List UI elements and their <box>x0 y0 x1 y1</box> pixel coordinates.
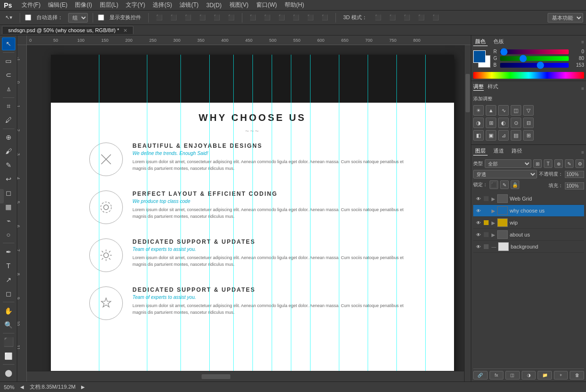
layer-item-aboutus[interactable]: 👁 ▶ about us <box>473 229 584 241</box>
layer-filter-2[interactable]: T <box>544 159 552 168</box>
3d-btn-3[interactable]: ⬛ <box>401 13 413 22</box>
show-transform-checkbox[interactable] <box>98 14 104 21</box>
3d-btn-4[interactable]: ⬛ <box>416 13 427 22</box>
quick-mask[interactable]: ⬤ <box>2 367 15 380</box>
swatches-tab[interactable]: 色板 <box>491 37 506 46</box>
layer-filter-5[interactable]: ⚙ <box>575 159 584 168</box>
layer-eye-wip[interactable]: 👁 <box>475 219 482 226</box>
path-tool[interactable]: ↗ <box>2 273 15 286</box>
gradient-map-btn[interactable]: ▤ <box>511 130 521 141</box>
levels-btn[interactable]: ▲ <box>486 105 496 116</box>
r-slider[interactable] <box>500 49 569 54</box>
layer-item-webgrid[interactable]: 👁 ▶ Web Grid <box>473 193 584 205</box>
align-bottom-btn[interactable]: ⬛ <box>226 13 237 22</box>
fill-input[interactable] <box>565 182 584 190</box>
layer-expand-webgrid[interactable]: ▶ <box>491 196 495 202</box>
menu-view[interactable]: 视图(V) <box>229 1 249 9</box>
layer-type-select[interactable]: 全部 <box>485 159 531 168</box>
layer-eye-whychooseus[interactable]: 👁 <box>475 207 482 214</box>
status-left-btn[interactable]: ◀ <box>20 384 24 390</box>
distribute-6-btn[interactable]: ⬛ <box>319 13 331 22</box>
hscroll-thumb[interactable] <box>202 374 230 379</box>
3d-btn-2[interactable]: ⬛ <box>387 13 398 22</box>
align-top-btn[interactable]: ⬛ <box>197 13 208 22</box>
selective-color-btn[interactable]: ⊞ <box>523 130 534 141</box>
layer-adj-btn[interactable]: ◑ <box>522 371 536 380</box>
menu-edit[interactable]: 编辑(E) <box>48 1 67 9</box>
styles-tab[interactable]: 样式 <box>488 83 498 91</box>
opacity-input[interactable] <box>565 171 584 178</box>
distribute-3-btn[interactable]: ⬛ <box>276 13 287 22</box>
clone-tool[interactable]: ✎ <box>2 159 15 172</box>
layer-delete-btn[interactable]: 🗑 <box>570 371 584 380</box>
b-slider[interactable] <box>500 63 569 68</box>
eyedropper-tool[interactable]: 🖊 <box>2 114 15 127</box>
lock-pixels-btn[interactable]: ⬛ <box>490 180 498 189</box>
hue-btn[interactable]: ◑ <box>473 118 484 128</box>
layer-fx-btn[interactable]: fx <box>490 371 504 380</box>
layer-expand-wip[interactable]: ▶ <box>491 220 495 226</box>
adjust-panel-menu[interactable]: ≡ <box>581 86 584 91</box>
vibrance-btn[interactable]: ▽ <box>523 105 534 116</box>
menu-help[interactable]: 帮助(H) <box>285 1 304 9</box>
3d-btn-5[interactable]: ⬛ <box>430 13 442 22</box>
crop-tool[interactable]: ⌗ <box>2 100 15 113</box>
lasso-tool[interactable]: ⊂ <box>2 69 15 82</box>
move-tool[interactable]: ↖ <box>2 37 15 50</box>
active-swatch[interactable] <box>473 50 486 63</box>
channel-mixer-btn[interactable]: ⊟ <box>523 118 534 128</box>
quick-select-tool[interactable]: ⍋ <box>2 83 15 95</box>
layer-expand-whychooseus[interactable]: ▶ <box>491 208 495 214</box>
lock-all-btn[interactable]: 🔒 <box>511 180 519 189</box>
auto-select-dropdown[interactable]: 组 <box>68 13 88 23</box>
layer-eye-background[interactable]: 👁 <box>475 243 482 250</box>
move-tool-btn[interactable]: ↖▾ <box>3 13 15 22</box>
layer-new-btn[interactable]: + <box>554 371 568 380</box>
hand-tool[interactable]: ✋ <box>2 304 15 317</box>
color-spectrum[interactable] <box>473 72 584 79</box>
threshold-btn[interactable]: ⊿ <box>498 130 509 141</box>
layer-expand-aboutus[interactable]: ▶ <box>491 232 495 238</box>
pen-tool[interactable]: ✒ <box>2 245 15 258</box>
adjustments-tab[interactable]: 调整 <box>473 83 484 91</box>
color-panel-menu[interactable]: ≡ <box>581 39 584 45</box>
layer-eye-aboutus[interactable]: 👁 <box>475 231 482 238</box>
auto-select-checkbox[interactable] <box>25 14 31 21</box>
vscroll-thumb[interactable] <box>466 74 470 112</box>
layer-item-whychooseus[interactable]: 👁 ▶ why choose us <box>473 205 584 217</box>
layer-filter-1[interactable]: ⊞ <box>533 159 542 168</box>
color-balance-btn[interactable]: ⊞ <box>486 118 496 128</box>
photo-filter-btn[interactable]: ⊙ <box>511 118 521 128</box>
color-tab[interactable]: 颜色 <box>473 37 488 46</box>
history-brush[interactable]: ↩ <box>2 173 15 186</box>
lock-position-btn[interactable]: ✎ <box>500 180 509 189</box>
align-middle-btn[interactable]: ⬛ <box>211 13 223 22</box>
marquee-tool[interactable]: ▭ <box>2 55 15 68</box>
channels-tab[interactable]: 通道 <box>491 147 506 155</box>
menu-layer[interactable]: 图层(L) <box>100 1 119 9</box>
layer-filter-4[interactable]: ✎ <box>565 159 574 168</box>
menu-3d[interactable]: 3D(D) <box>206 2 222 9</box>
layer-group-btn[interactable]: 📁 <box>538 371 552 380</box>
dodge-tool[interactable]: ○ <box>2 228 15 241</box>
distribute-5-btn[interactable]: ⬛ <box>305 13 316 22</box>
menu-filter[interactable]: 滤镜(T) <box>179 1 198 9</box>
blend-mode-select[interactable]: 穿透 <box>473 170 537 178</box>
posterize-btn[interactable]: ▣ <box>486 130 496 141</box>
layer-eye-webgrid[interactable]: 👁 <box>475 195 482 202</box>
g-slider[interactable] <box>500 56 569 61</box>
layer-expand-background[interactable]: — <box>491 244 496 249</box>
layer-item-background[interactable]: 👁 — background <box>473 241 584 253</box>
tab-close-btn[interactable]: ✕ <box>123 28 127 33</box>
curves-btn[interactable]: ∿ <box>498 105 509 116</box>
layers-panel-menu[interactable]: ≡ <box>581 150 584 155</box>
3d-btn-1[interactable]: ⬛ <box>372 13 384 22</box>
layer-filter-3[interactable]: ⊕ <box>554 159 563 168</box>
menu-window[interactable]: 窗口(W) <box>256 1 277 9</box>
type-tool[interactable]: T <box>2 259 15 272</box>
heal-tool[interactable]: ⊕ <box>2 131 15 144</box>
status-right-btn[interactable]: ▶ <box>81 384 85 390</box>
align-left-btn[interactable]: ⬛ <box>154 13 165 22</box>
brightness-btn[interactable]: ☀ <box>473 105 484 116</box>
menu-image[interactable]: 图像(I) <box>75 1 92 9</box>
